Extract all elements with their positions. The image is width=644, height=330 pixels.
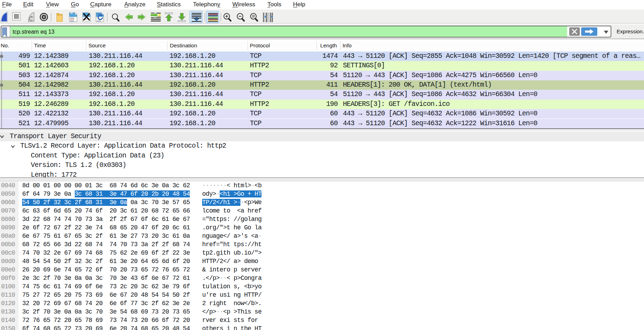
svg-text:0101: 0101 <box>97 20 101 22</box>
svg-text:0010: 0010 <box>70 20 74 22</box>
